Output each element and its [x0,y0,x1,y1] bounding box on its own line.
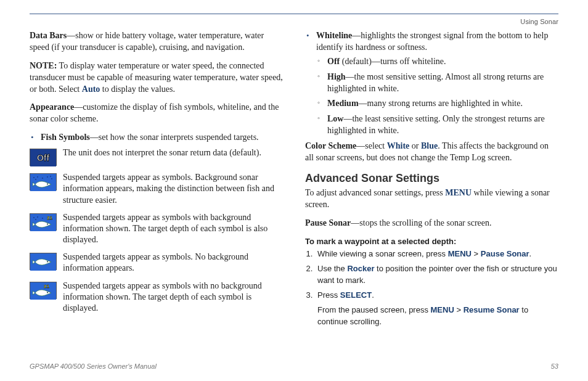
fish-icon-symbol-bg-depth: 21 [30,213,57,231]
whiteline-off: Off (default)—turns off whiteline. [316,56,558,68]
step-3: Press SELECT. [315,290,558,301]
step-2: Use the Rocker to position the pointer o… [315,263,558,287]
svg-point-4 [37,176,38,178]
fish-icon-symbol-depth: 21 [30,282,57,299]
s3-pre: Press [317,290,340,300]
svg-point-9 [50,176,51,177]
wl-high-tail: —the most sensitive setting. Almost all … [327,72,544,93]
fish-text-symbol-depth: Suspended targets appear as symbols with… [63,281,283,314]
svg-text:21: 21 [47,215,52,221]
fish-symbols-text: —set how the sonar interprets suspended … [90,133,259,142]
note-paragraph: NOTE: To display water temperature or wa… [30,60,283,96]
wl-medium-tail: —many strong returns are highlighted in … [359,99,523,108]
column-right: Whiteline—highlights the strongest signa… [305,30,558,338]
fish-symbols-bullet: Fish Symbols—set how the sonar interpret… [30,132,283,144]
two-column-layout: Data Bars—show or hide battery voltage, … [30,30,558,338]
fish-icon-off: Off [30,149,57,166]
svg-text:Off: Off [37,153,50,163]
data-bars-paragraph: Data Bars—show or hide battery voltage, … [30,30,283,54]
color-scheme-pre: —select [356,141,386,150]
data-bars-label: Data Bars [30,31,67,40]
fish-row-symbol-only: Suspended targets appear as symbols. No … [30,252,283,274]
pause-sonar-text: —stops the scrolling of the sonar screen… [351,218,491,227]
fish-symbols-item: Fish Symbols—set how the sonar interpret… [30,132,283,144]
fish-text-symbol-only: Suspended targets appear as symbols. No … [63,252,283,274]
svg-point-18 [47,223,48,224]
wl-low-label: Low [327,114,343,123]
svg-point-14 [42,218,43,219]
color-scheme-label: Color Scheme [305,141,356,150]
color-blue: Blue [421,141,438,150]
pause-sonar-label: Pause Sonar [305,218,351,227]
advanced-text: To adjust advanced sonar settings, press… [305,187,558,211]
fish-row-off: Off The unit does not interpret the sona… [30,147,283,166]
s1-gt: > [472,249,481,258]
note-tail: to display the values. [100,84,175,94]
adv-menu: MENU [445,188,472,197]
whiteline-medium: Medium—many strong returns are highlight… [316,98,558,110]
page-number: 53 [551,363,558,370]
fish-icon-symbol-bg [30,173,57,190]
fish-row-symbol-depth: 21 Suspended targets appear as symbols w… [30,281,283,314]
fish-symbol-table: Off The unit does not interpret the sona… [30,147,283,314]
fish-text-symbol-bg-depth: Suspended targets appear as symbols with… [63,212,283,246]
auto-keyword: Auto [82,84,100,94]
color-scheme-paragraph: Color Scheme—select White or Blue. This … [305,141,558,164]
adv-pre: To adjust advanced sonar settings, press [305,188,445,197]
running-header: Using Sonar [30,18,558,25]
s3-select: SELECT [340,290,372,300]
s1-post: . [529,249,532,258]
whiteline-options: Off (default)—turns off whiteline. High—… [316,56,558,137]
s3-post: . [372,290,374,300]
resume-note: From the paused screen, press MENU > Res… [317,305,558,328]
wl-low-tail: —the least sensitive setting. Only the s… [327,114,545,135]
s1-pre: While viewing a sonar screen, press [317,249,448,258]
resume-pre: From the paused screen, press [317,305,431,314]
resume-gt: > [454,305,463,314]
page-footer: GPSMAP 400/500 Series Owner's Manual 53 [30,363,558,370]
step-1: While viewing a sonar screen, press MENU… [315,248,558,260]
whiteline-high: High—the most sensitive setting. Almost … [316,72,558,95]
manual-title: GPSMAP 400/500 Series Owner's Manual [30,363,157,370]
svg-text:21: 21 [44,284,49,289]
svg-point-10 [47,184,48,185]
fish-row-symbol-bg: Suspended targets appear as symbols. Bac… [30,172,283,206]
wl-medium-label: Medium [327,99,359,108]
steps-list: While viewing a sonar screen, press MENU… [315,248,558,301]
resume-menu: MENU [431,305,454,314]
svg-point-8 [35,179,36,180]
appearance-paragraph: Appearance—customize the display of fish… [30,102,283,125]
header-rule [30,14,558,14]
s2-pre: Use the [317,264,347,273]
s1-menu: MENU [448,249,472,258]
svg-point-16 [35,219,36,220]
svg-point-6 [47,176,48,178]
svg-point-12 [33,217,35,218]
svg-point-20 [47,261,48,263]
resume-label: Resume Sonar [463,305,520,314]
svg-point-7 [51,178,52,179]
pause-sonar-paragraph: Pause Sonar—stops the scrolling of the s… [305,218,558,229]
wl-off-label: Off [327,57,340,66]
wl-off-tail: (default)—turns off whiteline. [340,57,446,66]
advanced-settings-heading: Advanced Sonar Settings [305,171,558,186]
column-left: Data Bars—show or hide battery voltage, … [30,30,283,338]
whiteline-label: Whiteline [316,31,352,40]
appearance-label: Appearance [30,102,74,112]
svg-point-3 [33,177,35,178]
svg-point-13 [37,216,38,218]
fish-icon-symbol-only [30,253,57,270]
fish-text-symbol-bg: Suspended targets appear as symbols. Bac… [63,172,283,206]
wl-high-label: High [327,72,346,81]
whiteline-item: Whiteline—highlights the strongest signa… [305,30,558,137]
s1-pause: Pause Sonar [481,249,529,258]
color-white: White [387,141,410,150]
fish-row-symbol-bg-depth: 21 Suspended targets appear as symbols w… [30,212,283,246]
color-or: or [409,141,421,150]
fish-symbols-label: Fish Symbols [41,133,90,142]
fish-text-off: The unit does not interpret the sonar re… [63,147,283,158]
whiteline-bullet: Whiteline—highlights the strongest signa… [305,30,558,137]
manual-page: Using Sonar Data Bars—show or hide batte… [0,0,588,381]
mark-waypoint-subhead: To mark a waypoint at a selected depth: [305,236,558,247]
svg-point-5 [42,178,43,179]
